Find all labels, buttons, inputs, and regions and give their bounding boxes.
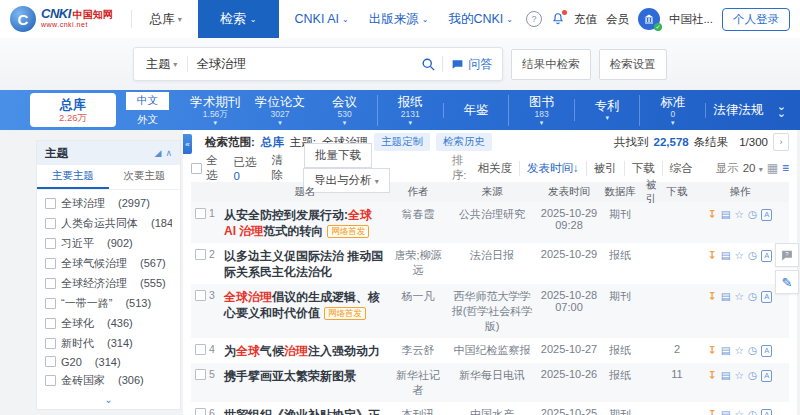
sort-downloads[interactable]: 下载 — [625, 161, 663, 176]
collapse-icon[interactable]: ∧ — [165, 148, 172, 158]
lang-foreign[interactable]: 外文 — [126, 111, 169, 129]
qa-button[interactable]: 问答 — [449, 56, 494, 73]
subject-filter-item[interactable]: G20 (314) — [45, 353, 172, 370]
download-icon[interactable]: ↧ — [708, 248, 717, 262]
result-source[interactable]: 法治日报 — [447, 248, 537, 263]
ai-read-icon[interactable]: A — [761, 345, 772, 357]
result-authors[interactable]: 本刊讯 — [389, 407, 447, 415]
subject-filter-item[interactable]: 全球化 (436) — [45, 313, 172, 333]
nav-zongku[interactable]: 总库▾ — [150, 11, 182, 28]
notification-bell-icon[interactable] — [551, 12, 565, 26]
result-source[interactable]: 公共治理研究 — [447, 207, 537, 222]
result-authors[interactable]: 杨一凡 — [389, 289, 447, 304]
html-read-icon[interactable]: ▤ — [721, 368, 731, 382]
tab-law[interactable]: 法律法规 — [705, 103, 771, 118]
subject-filter-item[interactable]: 金砖国家 (306) — [45, 370, 172, 390]
sort-relevance[interactable]: 相关度 — [470, 161, 520, 176]
page-size-select[interactable]: 20 ▾ — [743, 162, 763, 174]
subject-filter-item[interactable]: 习近平 (902) — [45, 233, 172, 253]
comment-icon[interactable]: ◷ — [748, 289, 757, 303]
comment-icon[interactable]: ◷ — [748, 343, 757, 357]
checkbox[interactable] — [45, 356, 56, 367]
comment-icon[interactable]: ◷ — [748, 248, 757, 262]
nav-tab-search[interactable]: 检索⌄ — [198, 0, 279, 38]
html-read-icon[interactable]: ▤ — [721, 207, 731, 221]
cnki-logo[interactable]: C CNKI中国知网 www.cnki.net — [10, 6, 113, 32]
personal-login-button[interactable]: 个人登录 — [722, 8, 790, 31]
member-link[interactable]: 会员 — [606, 12, 629, 27]
subject-filter-item[interactable]: 人类命运共同体 (1847) — [45, 213, 172, 233]
institution-name[interactable]: 中国社... — [669, 12, 713, 27]
subject-filter-item[interactable]: 全球经济治理 (555) — [45, 273, 172, 293]
checkbox[interactable] — [45, 318, 56, 329]
search-input[interactable] — [194, 56, 415, 72]
feedback-bubble-button[interactable]: ? — [775, 243, 799, 267]
sort-comprehensive[interactable]: 综合 — [663, 161, 700, 176]
nav-my-cnki[interactable]: 我的CNKI⌄ — [448, 11, 513, 28]
search-history-chip[interactable]: 检索历史 — [436, 133, 492, 151]
result-title-link[interactable]: 为全球气候治理注入强劲动力 — [224, 344, 380, 358]
comment-icon[interactable]: ◷ — [748, 207, 757, 221]
search-field-select[interactable]: 主题▾ — [142, 56, 181, 73]
favorite-icon[interactable]: ☆ — [735, 289, 744, 303]
batch-download-button[interactable]: 批量下载 — [304, 143, 372, 168]
more-databases-icon[interactable]: ⌄⌄ — [777, 103, 786, 117]
scope-value[interactable]: 总库 — [261, 135, 284, 150]
lang-chinese[interactable]: 中文 — [126, 92, 169, 110]
nav-cnki-ai[interactable]: CNKI AI⌄ — [295, 12, 349, 26]
row-checkbox[interactable] — [195, 408, 206, 415]
select-all-label[interactable]: 全选 — [206, 153, 226, 183]
tab-patent[interactable]: 专利▾ — [574, 99, 640, 121]
checkbox[interactable] — [45, 278, 56, 289]
ai-read-icon[interactable]: A — [761, 250, 772, 262]
select-all-checkbox[interactable] — [191, 163, 202, 174]
favorite-icon[interactable]: ☆ — [735, 248, 744, 262]
result-title-link[interactable]: 携手擘画亚太繁荣新图景 — [224, 369, 356, 383]
recharge-link[interactable]: 充值 — [574, 12, 597, 27]
favorite-icon[interactable]: ☆ — [735, 343, 744, 357]
html-read-icon[interactable]: ▤ — [721, 248, 731, 262]
ai-read-icon[interactable]: A — [761, 209, 772, 221]
result-source[interactable]: 西华师范大学学报(哲学社会科学版) — [447, 289, 537, 334]
favorite-icon[interactable]: ☆ — [735, 207, 744, 221]
subject-filter-item[interactable]: “一带一路” (513) — [45, 293, 172, 313]
result-authors[interactable]: 李云舒 — [389, 343, 447, 358]
sort-cited[interactable]: 被引 — [587, 161, 625, 176]
html-read-icon[interactable]: ▤ — [721, 407, 731, 415]
tab-standard[interactable]: 标准0▾ — [639, 95, 705, 126]
tab-conference[interactable]: 会议530▾ — [312, 95, 377, 126]
pencil-button[interactable]: ✎ — [775, 270, 799, 294]
comment-icon[interactable]: ◷ — [748, 368, 757, 382]
row-checkbox[interactable] — [195, 249, 206, 260]
next-page-button[interactable]: › — [773, 133, 789, 151]
result-source[interactable]: 中国水产 — [447, 407, 537, 415]
checkbox[interactable] — [45, 375, 56, 386]
checkbox[interactable] — [45, 258, 56, 269]
tab-book[interactable]: 图书183▾ — [508, 95, 574, 126]
expand-more-icon[interactable]: ⌄ — [37, 393, 180, 409]
subject-filter-item[interactable]: 全球气候治理 (567) — [45, 253, 172, 273]
grid-view-icon[interactable]: ▦ — [767, 161, 778, 175]
tab-secondary-subject[interactable]: 次要主题 — [109, 165, 181, 189]
html-read-icon[interactable]: ▤ — [721, 343, 731, 357]
checkbox[interactable] — [45, 198, 56, 209]
ai-read-icon[interactable]: A — [761, 370, 772, 382]
search-icon[interactable] — [421, 57, 436, 72]
ai-read-icon[interactable]: A — [761, 291, 772, 303]
sidebar-collapse-handle[interactable]: « — [183, 134, 192, 154]
download-icon[interactable]: ↧ — [708, 289, 717, 303]
result-authors[interactable]: 翁春霞 — [389, 207, 447, 222]
result-title-link[interactable]: 以多边主义促国际法治 推动国际关系民主化法治化 — [224, 249, 383, 279]
tab-primary-subject[interactable]: 主要主题 — [37, 165, 109, 189]
help-icon[interactable]: ? — [526, 11, 542, 27]
checkbox[interactable] — [45, 298, 56, 309]
favorite-icon[interactable]: ☆ — [735, 368, 744, 382]
list-view-icon[interactable]: ≡ — [782, 161, 789, 175]
row-checkbox[interactable] — [195, 208, 206, 219]
result-title-link[interactable]: 世贸组织《渔业补贴协定》正式生效 有力促进全球渔业可持续发展 — [224, 408, 383, 415]
download-icon[interactable]: ↧ — [708, 207, 717, 221]
nav-publish-source[interactable]: 出版来源⌄ — [369, 11, 429, 28]
subject-filter-item[interactable]: 新时代 (314) — [45, 333, 172, 353]
download-icon[interactable]: ↧ — [708, 343, 717, 357]
tab-yearbook[interactable]: 年鉴 — [443, 103, 509, 118]
